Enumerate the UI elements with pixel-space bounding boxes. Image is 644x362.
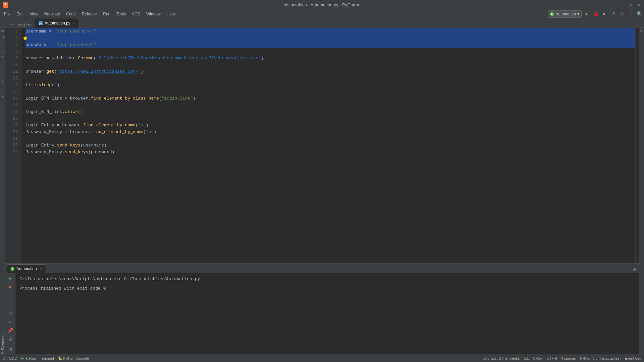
- pin-icon[interactable]: ⊕: [1, 95, 3, 99]
- right-scroll-gutter: [635, 27, 639, 263]
- run-play-button[interactable]: ▶: [7, 275, 14, 282]
- menu-file[interactable]: File: [1, 11, 13, 17]
- run-config-icon: ▶: [550, 12, 554, 16]
- run-tab-label: Automation: [16, 266, 37, 271]
- code-line-20: Password_Entry = browser.find_element_by…: [25, 129, 635, 135]
- debug-button[interactable]: 🐞: [592, 11, 599, 17]
- code-line-21: [25, 135, 635, 142]
- code-content[interactable]: username = "Your username!" password = "…: [22, 27, 635, 263]
- python-console-icon: 🐍: [58, 356, 62, 360]
- coverage-button[interactable]: ▶: [601, 11, 608, 17]
- status-python-console[interactable]: 🐍 Python Console: [58, 356, 89, 360]
- run-output-spacer: [19, 283, 635, 285]
- status-line-endings[interactable]: CRLF: [533, 356, 543, 360]
- run-tab-close[interactable]: ×: [40, 267, 42, 271]
- menu-navigate[interactable]: Navigate: [42, 11, 63, 17]
- code-line-22: Login_Entry.send_keys(username): [25, 142, 635, 149]
- status-bar-right: 56 chars, 2 line breaks 5:1 CRLF UTF-8 4…: [483, 356, 641, 360]
- code-line-17: Login_BTN_link.click(): [25, 109, 635, 115]
- code-line-19: Login_Entry = browser.find_element_by_na…: [25, 122, 635, 129]
- structure-tool-icon[interactable]: ≡: [1, 55, 3, 59]
- run-settings-icon[interactable]: ⚙: [633, 266, 636, 273]
- status-chars: 56 chars, 2 line breaks: [483, 356, 520, 360]
- run-button[interactable]: ▶: [584, 11, 590, 17]
- file-tab-close[interactable]: ×: [72, 21, 74, 25]
- run-wrap-icon[interactable]: ↩: [7, 318, 14, 325]
- menu-run[interactable]: Run: [100, 11, 113, 17]
- left-sidebar: ◫ ⑆ ⊟ ≡ ● ⊕ 2: Favorites: [0, 27, 5, 354]
- bookmark-icon[interactable]: ⊟: [1, 50, 3, 54]
- status-bar: 6: TODO ▶ 4: Run Terminal 🐍 Python Conso…: [0, 354, 644, 362]
- run-filter-icon[interactable]: ⊟: [7, 309, 14, 317]
- project-icon-area: 1: Project: [10, 23, 35, 27]
- maximize-button[interactable]: ☐: [628, 2, 633, 8]
- code-line-11: browser.get("https://www.instructables.c…: [25, 68, 635, 75]
- run-pin-icon[interactable]: 📌: [7, 327, 14, 334]
- status-todo[interactable]: 6: TODO: [3, 356, 17, 360]
- menu-bar: File Edit View Navigate Code Refactor Ru…: [0, 10, 644, 18]
- code-line-14: [25, 88, 635, 95]
- line-numbers: 5 6 7 8 9 10 11 12 13 14 15 16 17 18 19 …: [5, 27, 22, 263]
- project-tool-icon[interactable]: ◫: [1, 29, 3, 33]
- menu-refactor[interactable]: Refactor: [79, 11, 100, 17]
- run-tab-automation[interactable]: ▶ Automation ×: [7, 264, 46, 273]
- code-line-12: [25, 75, 635, 82]
- main-layout: ◫ ⑆ ⊟ ≡ ● ⊕ 2: Favorites 5 6 7 8 9 10 11…: [0, 27, 644, 354]
- favorites-label-container: 2: Favorites: [1, 335, 5, 354]
- project-label: 1: Project: [10, 23, 32, 27]
- file-tabs-bar: 1: Project py Automation.py ×: [0, 18, 644, 27]
- status-terminal[interactable]: Terminal: [40, 356, 54, 360]
- run-print-icon[interactable]: 🖨: [7, 336, 14, 343]
- menu-help[interactable]: Help: [164, 11, 178, 17]
- code-line-23: Password_Entry.send_keys(password): [25, 149, 635, 156]
- profile-button[interactable]: ⏱: [610, 11, 616, 17]
- status-python-version[interactable]: Python 3.8 (Instuctables): [580, 356, 621, 360]
- menu-tools[interactable]: Tools: [114, 11, 128, 17]
- run-clear-icon[interactable]: 🗑: [7, 346, 14, 353]
- code-line-8: [25, 48, 635, 55]
- code-line-16: [25, 102, 635, 109]
- code-line-6: [25, 35, 635, 42]
- run-content: ▶ ■ ↑ ↓ ⊟ ↩ 📌 🖨 🗑 C:\Instuctables\venv\S…: [5, 273, 639, 354]
- run-config-label: Automation: [555, 12, 576, 16]
- code-line-7: password = "Your password!": [25, 42, 635, 48]
- file-tab-automation[interactable]: py Automation.py ×: [35, 19, 78, 27]
- menu-vcs[interactable]: VCS: [129, 11, 143, 17]
- code-editor[interactable]: 5 6 7 8 9 10 11 12 13 14 15 16 17 18 19 …: [5, 27, 639, 263]
- gutter-indicator: [23, 37, 27, 40]
- title-center: Instuctables - Automation.py - PyCharm: [283, 2, 360, 7]
- run-output-area: C:\Instuctables\venv\Scripts\python.exe …: [15, 273, 639, 354]
- search-everywhere-button[interactable]: 🔍: [636, 11, 643, 17]
- app-icon: P: [3, 2, 8, 8]
- status-position[interactable]: 5:1: [524, 356, 529, 360]
- code-line-13: time.sleep(2): [25, 82, 635, 88]
- run-stop-button[interactable]: ■: [7, 283, 14, 291]
- right-sidebar-icon1[interactable]: ⊞: [640, 29, 642, 33]
- status-indent[interactable]: 4 spaces: [561, 356, 576, 360]
- close-button[interactable]: ✕: [636, 2, 641, 8]
- pause-button[interactable]: ⏸: [627, 11, 634, 17]
- title-bar-left: P: [3, 2, 8, 8]
- status-event-log[interactable]: Event Log: [625, 356, 641, 360]
- title-bar-controls: — ☐ ✕: [620, 2, 641, 8]
- stop-button[interactable]: ⏹: [619, 11, 625, 17]
- run-exit-message: Process finished with exit code 0: [19, 285, 635, 292]
- run-left-toolbar: ▶ ■ ↑ ↓ ⊟ ↩ 📌 🖨 🗑: [5, 273, 15, 354]
- top-right-toolbar: ▶ Automation ▾ ▶ 🐞 ▶ ⏱ ⏹ ⏸ 🔍: [548, 10, 643, 18]
- run-scroll-up[interactable]: ↑: [7, 292, 14, 299]
- minimize-button[interactable]: —: [620, 2, 625, 8]
- code-line-15: Login_BTN_link = browser.find_element_by…: [25, 95, 635, 102]
- run-config-chevron: ▾: [577, 12, 579, 16]
- menu-edit[interactable]: Edit: [14, 11, 26, 17]
- menu-code[interactable]: Code: [63, 11, 78, 17]
- menu-view[interactable]: View: [27, 11, 41, 17]
- status-encoding[interactable]: UTF-8: [547, 356, 557, 360]
- inspector-icon[interactable]: ●: [1, 80, 3, 83]
- vcs-tool-icon[interactable]: ⑆: [2, 35, 4, 39]
- run-config-dropdown[interactable]: ▶ Automation ▾: [548, 10, 582, 18]
- status-run[interactable]: ▶ 4: Run: [21, 356, 36, 360]
- run-tabs-bar: ▶ Automation × ⚙: [5, 264, 639, 273]
- right-sidebar: ⊞: [639, 27, 644, 354]
- run-scroll-down[interactable]: ↓: [7, 301, 14, 308]
- menu-window[interactable]: Window: [144, 11, 163, 17]
